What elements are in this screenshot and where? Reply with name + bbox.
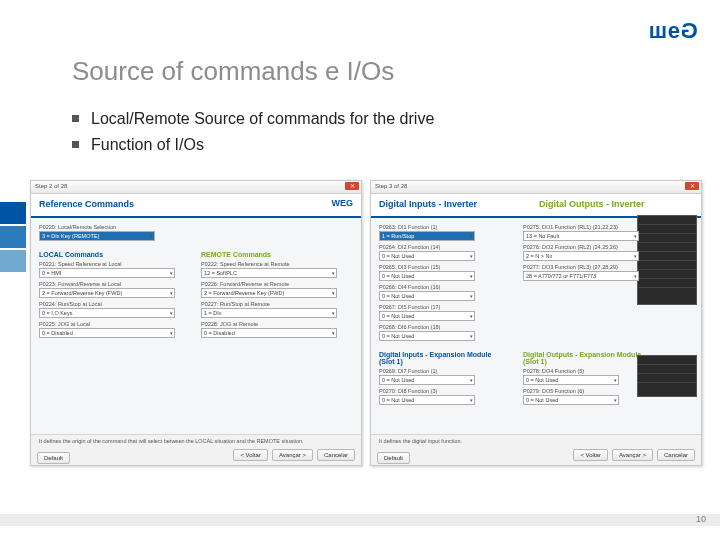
param-select[interactable]: 0 = Not Used [379,251,475,261]
param-select[interactable]: 0 = Disabled [39,328,175,338]
param-label: P0263: DI1 Function (1) [379,224,507,230]
param-label: P0266: DI4 Function (16) [379,284,507,290]
param-select[interactable]: 0 = I,O Keys [39,308,175,318]
param-select[interactable]: 2 = Forward/Reverse Key (FWD) [201,288,337,298]
param-label: P0223: Forward/Reverse at Local [39,281,191,287]
param-select[interactable]: 0 = Not Used [379,291,475,301]
window-titlebar: Step 2 of 28 ✕ [31,181,361,194]
param-label: P0277: DO3 Function (RL3) (27,28,29) [523,264,651,270]
param-label: P0220: Local/Remote Selection [39,224,353,230]
local-remote-select[interactable]: 3 = DIx Key (REMOTE) [39,231,155,241]
param-select[interactable]: 2 = N > Nx [523,251,639,261]
wizard-step-3: Step 3 of 28 ✕ Digital Inputs - Inverter… [370,180,702,466]
close-icon[interactable]: ✕ [345,182,359,190]
param-label: P0225: JOG at Local [39,321,191,327]
param-select[interactable]: 1 = Run/Stop [379,231,475,241]
param-select[interactable]: 1 = DIx [201,308,337,318]
param-label: P0224: Run/Stop at Local [39,301,191,307]
param-select[interactable]: 28 = A770/772 or F771/F773 [523,271,639,281]
param-select[interactable]: 0 = Not Used [379,331,475,341]
local-heading: LOCAL Commands [39,251,191,258]
step-label: Step 2 of 28 [35,183,67,189]
page-number: 10 [696,514,706,524]
window-titlebar: Step 3 of 28 ✕ [371,181,701,194]
bullet-icon [72,141,79,148]
close-icon[interactable]: ✕ [685,182,699,190]
back-button[interactable]: < Voltar [573,449,608,461]
param-label: P0265: DI3 Function (15) [379,264,507,270]
weg-logo-small: WEG [332,198,354,208]
default-button[interactable]: Default [37,452,70,464]
step-label: Step 3 of 28 [375,183,407,189]
cancel-button[interactable]: Cancelar [317,449,355,461]
bullet-list: Local/Remote Source of commands for the … [72,110,434,162]
param-select[interactable]: 0 = HMI [39,268,175,278]
param-label: P0276: DO2 Function (RL2) (24,25,26) [523,244,651,250]
param-label: P0275: DO1 Function (RL1) (21,22,23) [523,224,651,230]
bullet-text: Function of I/Os [91,136,204,153]
param-label: P0279: DO5 Function (6) [523,388,651,394]
param-label: P0269: DI7 Function (1) [379,368,507,374]
param-select[interactable]: 0 = Disabled [201,328,337,338]
param-select[interactable]: 0 = Not Used [523,395,619,405]
param-select[interactable]: 0 = Not Used [523,375,619,385]
terminal-photo [637,355,697,397]
param-select[interactable]: 0 = Not Used [379,375,475,385]
param-label: P0227: Run/Stop at Remote [201,301,353,307]
param-label: P0221: Speed Reference at Local [39,261,191,267]
panel-title: Reference Commands [39,199,134,209]
param-label: P0267: DI5 Function (17) [379,304,507,310]
hint-text: It defines the digital input function. [379,438,462,444]
default-button[interactable]: Default [377,452,410,464]
param-label: P0222: Speed Reference at Remote [201,261,353,267]
param-label: P0268: DI6 Function (18) [379,324,507,330]
next-button[interactable]: Avançar > [612,449,653,461]
param-select[interactable]: 0 = Not Used [379,395,475,405]
di-exp-heading: Digital Inputs - Expansion Module (Slot … [379,351,507,365]
param-select[interactable]: 2 = Forward/Reverse Key (FWD) [39,288,175,298]
do-exp-heading: Digital Outputs - Expansion Module (Slot… [523,351,651,365]
param-label: P0270: DI8 Function (3) [379,388,507,394]
bullet-text: Local/Remote Source of commands for the … [91,110,434,127]
hint-text: It defines the origin of the command tha… [39,438,304,444]
slide: шеG Source of commands e I/Os Local/Remo… [0,0,720,540]
terminal-photo [637,215,697,305]
wizard-footer: It defines the digital input function. D… [371,434,701,465]
wizard-step-2: Step 2 of 28 ✕ Reference Commands WEG P0… [30,180,362,466]
wizard-footer: It defines the origin of the command tha… [31,434,361,465]
param-label: P0228: JOG at Remote [201,321,353,327]
param-select[interactable]: 13 = No Fault [523,231,639,241]
next-button[interactable]: Avançar > [272,449,313,461]
slide-footer-bar [0,514,720,526]
param-label: P0264: DI2 Function (14) [379,244,507,250]
cancel-button[interactable]: Cancelar [657,449,695,461]
page-title: Source of commands e I/Os [72,56,394,87]
decorative-stripes [0,202,26,274]
weg-logo: шеG [649,18,698,44]
back-button[interactable]: < Voltar [233,449,268,461]
param-select[interactable]: 12 = SoftPLC [201,268,337,278]
di-heading: Digital Inputs - Inverter [379,199,477,209]
param-select[interactable]: 0 = Not Used [379,311,475,321]
param-label: P0278: DO4 Function (5) [523,368,651,374]
bullet-icon [72,115,79,122]
do-heading: Digital Outputs - Inverter [539,199,645,209]
param-label: P0226: Forward/Reverse at Remote [201,281,353,287]
remote-heading: REMOTE Commands [201,251,353,258]
param-select[interactable]: 0 = Not Used [379,271,475,281]
